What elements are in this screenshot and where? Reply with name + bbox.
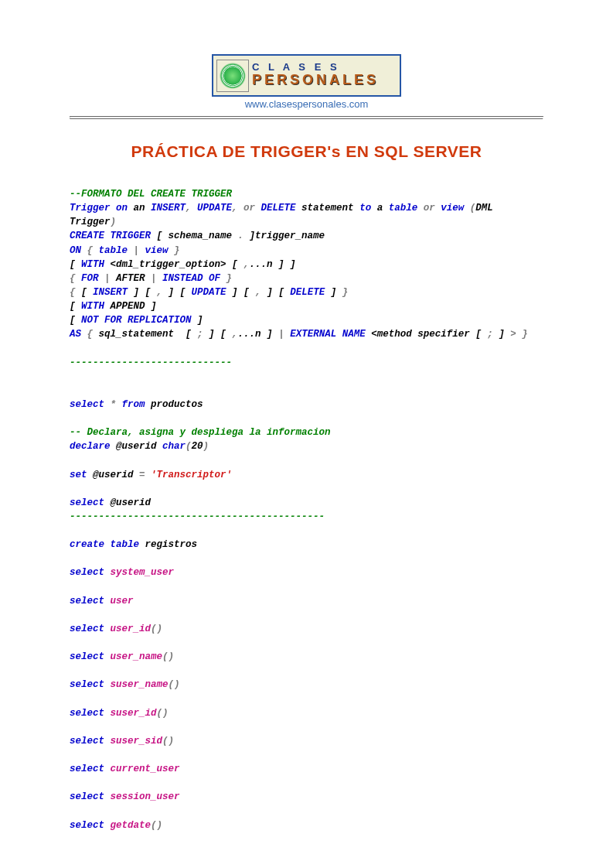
code-token: view [145, 245, 169, 256]
code-block: --FORMATO DEL CREATE TRIGGERTrigger on a… [70, 187, 543, 832]
code-line [70, 482, 543, 496]
code-line: select suser_name() [70, 678, 543, 692]
code-line: select user_id() [70, 622, 543, 636]
code-token: () [162, 736, 174, 747]
code-line: [ WITH APPEND ] [70, 299, 543, 313]
code-token: INSERT [151, 203, 186, 214]
code-token: () [151, 624, 162, 634]
code-token: statement [296, 203, 360, 214]
code-token: or [417, 203, 441, 214]
code-token: , [157, 287, 163, 298]
code-token [104, 736, 111, 747]
code-line: CREATE TRIGGER [ schema_name . ]trigger_… [70, 229, 543, 243]
code-token: <dml_trigger_option> [ [104, 259, 243, 270]
code-line [70, 636, 543, 650]
code-token: [ [81, 287, 93, 298]
code-token: ) [111, 217, 117, 227]
code-token: ] [ [203, 329, 233, 340]
code-token: | [128, 245, 145, 256]
code-token: ON [70, 245, 81, 256]
site-url: www.clasespersonales.com [70, 98, 543, 110]
code-token: [ [70, 259, 81, 270]
code-line: { FOR | AFTER | INSTEAD OF } [70, 272, 543, 285]
code-token: select [70, 736, 104, 747]
code-token: declare [70, 441, 111, 452]
code-token: select [70, 399, 104, 410]
code-token: select [70, 791, 104, 802]
code-line: ---------------------------- [70, 356, 543, 370]
code-token: view [441, 203, 464, 214]
code-line [70, 552, 543, 566]
code-token: ] [ [261, 287, 291, 298]
code-line: -- Declara, asigna y despliega la inform… [70, 425, 543, 439]
code-token: from [122, 399, 145, 410]
code-line: select user [70, 594, 543, 608]
code-token: set [70, 470, 87, 480]
code-line [70, 748, 543, 762]
code-token: ...n ] [238, 329, 279, 340]
code-token: = [139, 470, 151, 480]
code-token: | [145, 273, 163, 284]
code-token [104, 820, 111, 831]
code-token: , [186, 203, 197, 214]
code-token: { [70, 273, 81, 284]
code-line: { [ INSERT ] [ , ] [ UPDATE ] [ , ] [ DE… [70, 285, 543, 299]
code-token: select [70, 708, 104, 719]
code-token: select [70, 596, 104, 607]
code-token [104, 596, 111, 607]
logo-swirl-icon [216, 60, 249, 92]
code-line: select system_user [70, 566, 543, 579]
code-token: ]trigger_name [243, 231, 325, 241]
code-token: ( [464, 203, 475, 214]
code-token: () [162, 651, 174, 662]
code-token: ] [192, 315, 203, 326]
code-token: WITH [81, 259, 104, 270]
code-token: ) [203, 441, 209, 452]
code-token: ...n ] ] [250, 259, 296, 270]
code-token: } [169, 245, 180, 256]
code-token: select [70, 624, 104, 634]
code-line: ON { table | view } [70, 244, 543, 258]
code-token: , [255, 287, 261, 298]
code-line: select user_name() [70, 650, 543, 664]
code-token: current_user [111, 764, 180, 774]
code-line [70, 692, 543, 706]
code-token: DELETE [261, 203, 296, 214]
code-token: ] [ [162, 287, 192, 298]
code-token: > } [510, 329, 528, 340]
code-token: EXTERNAL NAME [290, 329, 366, 340]
code-line [70, 664, 543, 678]
code-token: UPDATE [197, 203, 232, 214]
code-line: --FORMATO DEL CREATE TRIGGER [70, 187, 543, 201]
code-token: FOR [81, 273, 99, 284]
code-token: select [70, 567, 104, 578]
code-token: ] [325, 287, 342, 298]
code-token: AFTER [116, 273, 145, 284]
code-line: select session_user [70, 790, 543, 804]
code-line [70, 720, 543, 734]
code-token: user_id [111, 624, 152, 634]
code-token: [ [70, 301, 81, 312]
code-token: , [232, 329, 238, 340]
code-token: ----------------------------------------… [70, 511, 325, 522]
code-token: suser_name [111, 679, 169, 690]
code-token: table [389, 203, 418, 214]
code-line: AS { sql_statement [ ; ] [ ,...n ] | EXT… [70, 327, 543, 341]
code-token: to [359, 203, 371, 214]
code-token: registros [139, 539, 197, 550]
code-token: CREATE TRIGGER [70, 231, 151, 241]
code-token: | [99, 273, 117, 284]
code-token: a [371, 203, 389, 214]
code-line [70, 453, 543, 467]
code-token: system_user [111, 567, 175, 578]
code-token: } [342, 287, 349, 298]
code-line [70, 384, 543, 398]
logo-text-top: C L A S E S [252, 62, 379, 72]
code-token [104, 567, 111, 578]
code-token: { [81, 329, 99, 340]
code-token: () [151, 820, 162, 831]
code-token: ] [ [226, 287, 256, 298]
document-header: C L A S E S PERSONALES www.clasespersona… [70, 54, 543, 110]
page-title: PRÁCTICA DE TRIGGER's EN SQL SERVER [70, 142, 543, 161]
code-token: { [70, 287, 81, 298]
